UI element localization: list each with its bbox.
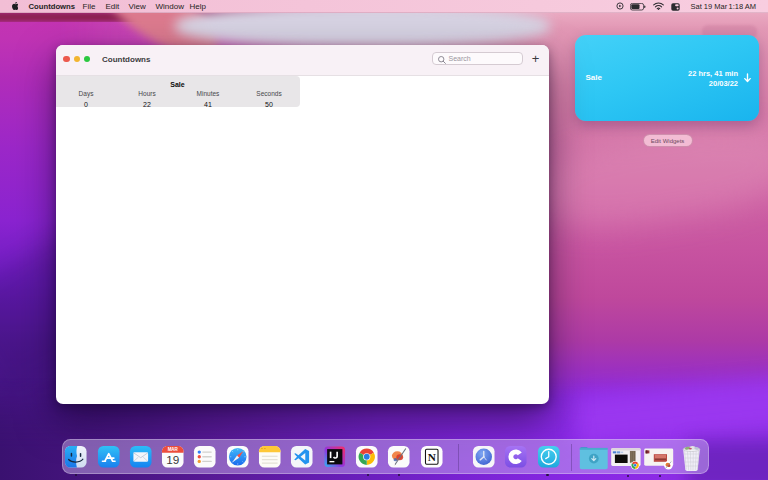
svg-text:N: N xyxy=(427,451,435,463)
svg-text:19: 19 xyxy=(166,453,179,466)
svg-text:MAR: MAR xyxy=(168,447,179,452)
